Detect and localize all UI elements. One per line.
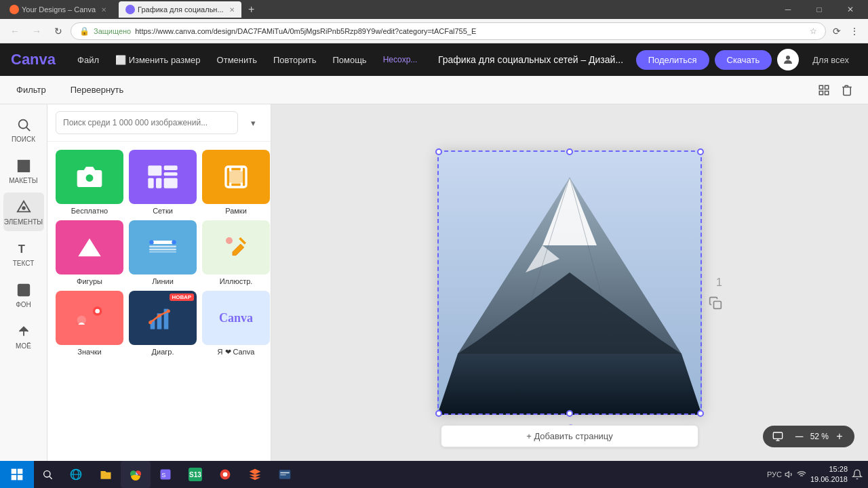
- tab1-close[interactable]: ✕: [101, 6, 106, 14]
- zoom-controls: ─ 52 % +: [763, 426, 854, 447]
- svg-rect-60: [12, 475, 17, 481]
- left-sidebar: ПОИСК МАКЕТЫ ЭЛЕМЕНТЫ T ТЕКСТ: [0, 104, 47, 461]
- search-icon: [14, 115, 33, 134]
- browser-extra-buttons: ⟳ ⋮: [829, 23, 863, 39]
- tab1-label: Your Designs – Canva: [22, 5, 96, 14]
- svg-rect-22: [164, 178, 178, 188]
- menu-resize[interactable]: ⬜ Изменить размер: [107, 51, 209, 69]
- browser-tab-2[interactable]: Графика для социальн... ✕: [119, 1, 241, 18]
- sidebar-item-background-label: ФОН: [16, 301, 31, 308]
- card-canva-love-label: Я ❤ Canva: [218, 348, 255, 357]
- delete-icon[interactable]: [837, 80, 857, 100]
- card-canva-love[interactable]: Canva Я ❤ Canva: [202, 291, 270, 357]
- svg-marker-77: [785, 472, 789, 477]
- zoom-out-button[interactable]: ─: [791, 428, 808, 445]
- browser-nav-bar: ← → ↻ 🔒 Защищено https://www.canva.com/d…: [0, 19, 868, 43]
- sidebar-item-text[interactable]: T ТЕКСТ: [3, 234, 44, 272]
- grid-view-icon[interactable]: [814, 80, 834, 100]
- layouts-icon: [14, 157, 33, 176]
- sidebar-item-layouts[interactable]: МАКЕТЫ: [3, 151, 44, 190]
- bookmark-icon[interactable]: ☆: [810, 26, 817, 36]
- copy-button[interactable]: [709, 296, 722, 312]
- sidebar-item-search[interactable]: ПОИСК: [3, 110, 44, 148]
- user-avatar[interactable]: [777, 49, 799, 70]
- svg-point-0: [786, 56, 790, 60]
- card-charts-label: Диагр.: [152, 348, 174, 356]
- flip-button[interactable]: Перевернуть: [65, 82, 130, 98]
- card-lines[interactable]: Линии: [129, 220, 197, 285]
- svg-rect-18: [164, 165, 178, 170]
- taskbar-search[interactable]: [34, 461, 61, 488]
- svg-text:T: T: [18, 243, 24, 255]
- ext-btn-2[interactable]: ⋮: [846, 23, 863, 39]
- elements-search-input[interactable]: [56, 111, 238, 134]
- notification-icon[interactable]: [852, 469, 863, 480]
- svg-rect-19: [164, 172, 178, 176]
- screen-mode-button[interactable]: [770, 428, 786, 445]
- taskbar-icon-chrome[interactable]: [121, 461, 151, 488]
- download-button[interactable]: Скачать: [715, 50, 772, 70]
- canvas-frame[interactable]: [437, 150, 702, 415]
- taskbar-icon-app7[interactable]: [240, 461, 270, 488]
- card-grids-label: Сетки: [153, 207, 173, 215]
- svg-point-36: [226, 237, 233, 244]
- elements-grid: Бесплатно Сетки: [47, 142, 271, 365]
- card-free[interactable]: Бесплатно: [56, 150, 123, 215]
- browser-maximize[interactable]: □: [804, 0, 834, 19]
- sidebar-item-my[interactable]: МОЁ: [3, 317, 44, 355]
- text-icon: T: [14, 239, 33, 258]
- refresh-button[interactable]: ↻: [49, 22, 68, 41]
- card-illustrations[interactable]: Иллюстр.: [202, 220, 270, 285]
- card-grids[interactable]: Сетки: [129, 150, 197, 215]
- start-button[interactable]: [0, 461, 34, 488]
- tab2-favicon: [125, 5, 135, 14]
- sidebar-item-elements-label: ЭЛЕМЕНТЫ: [4, 218, 43, 226]
- svg-point-44: [158, 314, 161, 317]
- svg-point-38: [95, 309, 100, 314]
- card-shapes[interactable]: Фигуры: [56, 220, 123, 285]
- card-frames[interactable]: Рамки: [202, 150, 270, 215]
- taskbar-icon-ie[interactable]: [61, 461, 91, 488]
- sidebar-item-elements[interactable]: ЭЛЕМЕНТЫ: [3, 192, 44, 231]
- browser-close[interactable]: ✕: [835, 0, 865, 19]
- taskbar-icon-app4[interactable]: S: [151, 461, 180, 488]
- taskbar-icon-app5[interactable]: S13: [180, 461, 210, 488]
- add-page-button[interactable]: + Добавить страницу: [441, 425, 698, 447]
- card-icons[interactable]: Значки: [56, 291, 123, 357]
- share-button[interactable]: Поделиться: [636, 50, 709, 70]
- url-text: https://www.canva.com/design/DAC7FAMiTuA…: [135, 27, 806, 35]
- tab2-close[interactable]: ✕: [229, 6, 235, 14]
- card-charts[interactable]: НОВАР Диагр.: [129, 291, 197, 357]
- menu-file[interactable]: Файл: [69, 51, 107, 69]
- lang-indicator: РУС: [767, 470, 782, 479]
- canvas-area: 1 ↺ + Добавить страницу: [271, 104, 868, 461]
- menu-redo[interactable]: Повторить: [265, 51, 324, 69]
- svg-rect-9: [18, 167, 22, 171]
- sidebar-item-background[interactable]: ФОН: [3, 275, 44, 314]
- zoom-in-button[interactable]: +: [831, 428, 848, 445]
- svg-rect-17: [148, 165, 161, 176]
- taskbar-icon-folder[interactable]: [91, 461, 121, 488]
- menu-help[interactable]: Помощь: [324, 51, 374, 69]
- browser-minimize[interactable]: ─: [773, 0, 803, 19]
- taskbar-icon-app8[interactable]: [270, 461, 300, 488]
- address-bar[interactable]: 🔒 Защищено https://www.canva.com/design/…: [71, 22, 826, 40]
- back-button[interactable]: ←: [5, 22, 24, 41]
- menu-undo[interactable]: Отменить: [209, 51, 265, 69]
- for-all-button[interactable]: Для всех: [804, 51, 857, 69]
- card-shapes-img: [56, 220, 123, 274]
- svg-rect-54: [714, 302, 722, 309]
- svg-point-12: [22, 206, 26, 210]
- search-dropdown-button[interactable]: ▾: [243, 113, 262, 132]
- taskbar-icon-app6[interactable]: [210, 461, 240, 488]
- svg-point-15: [20, 287, 22, 289]
- browser-tab-1[interactable]: Your Designs – Canva ✕: [3, 1, 113, 18]
- ext-btn-1[interactable]: ⟳: [829, 23, 845, 39]
- page-number: 1: [716, 277, 722, 289]
- forward-button[interactable]: →: [27, 22, 46, 41]
- new-badge: НОВАР: [170, 293, 195, 301]
- card-frames-img: [202, 150, 270, 204]
- svg-marker-52: [437, 354, 702, 415]
- filter-button[interactable]: Фильтр: [11, 82, 52, 98]
- new-tab-button[interactable]: +: [243, 1, 260, 18]
